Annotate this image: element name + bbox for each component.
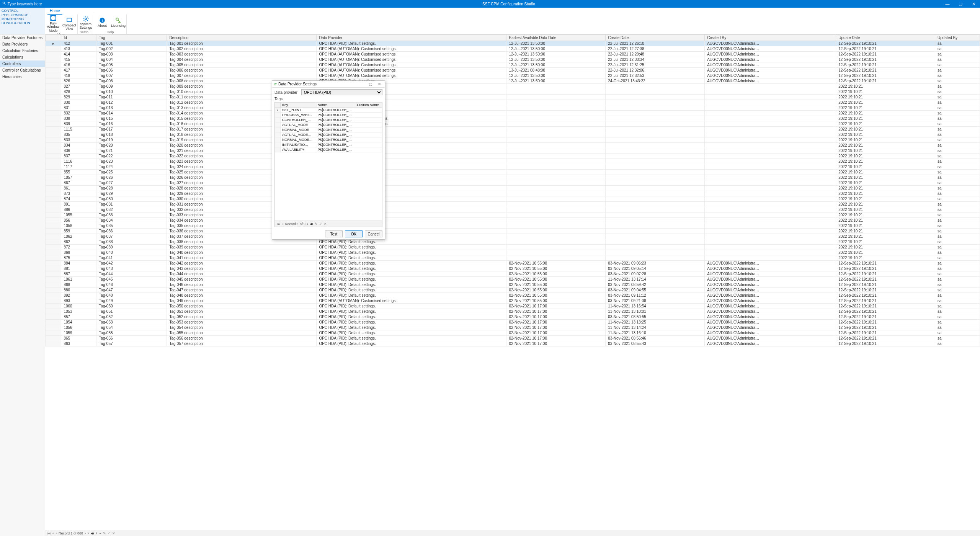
table-row[interactable]: 862Tag-038Tag-038 descriptionOPC HDA (PI… <box>46 239 980 245</box>
table-row[interactable]: ACTUAL_MODEP${CONTROLLER_TAG}.PID.MDE_P <box>275 123 382 127</box>
dnav-last-icon[interactable]: ⏭ <box>310 222 313 226</box>
table-row[interactable]: 833Tag-019Tag-019 descriptionOPC HDA (PI… <box>46 137 980 143</box>
compactview-button[interactable]: Compact View <box>61 15 77 33</box>
table-row[interactable]: 836Tag-021Tag-021 descriptionOPC HDA (PI… <box>46 148 980 154</box>
nav-nextpage-icon[interactable]: » <box>87 531 89 535</box>
table-row[interactable]: 873Tag-029Tag-029 descriptionOPC HDA (PI… <box>46 191 980 196</box>
sidebar-item[interactable]: Data Provider Factories <box>0 34 45 41</box>
column-header[interactable]: Name <box>316 103 355 108</box>
table-row[interactable]: 1059Tag-055Tag-055 descriptionOPC HDA (P… <box>46 330 980 336</box>
table-row[interactable]: 875Tag-041Tag-041 descriptionOPC HDA (PI… <box>46 255 980 261</box>
sidebar-item[interactable]: Hierarchies <box>0 74 45 80</box>
nav-last-icon[interactable]: ⏭ <box>91 531 94 535</box>
column-header[interactable]: Updated By <box>935 35 980 41</box>
table-row[interactable]: 872Tag-039Tag-039 descriptionOPC HDA (PI… <box>46 245 980 250</box>
table-row[interactable]: 1055Tag-033Tag-033 descriptionOPC HDA (P… <box>46 212 980 218</box>
tags-grid[interactable]: KeyNameCustom Name ▸SET_POINTP${CONTROLL… <box>275 102 382 152</box>
table-row[interactable]: 414Tag-003Tag-003 descriptionOPC HDA (AU… <box>46 52 980 57</box>
table-row[interactable]: 832Tag-014Tag-014 descriptionOPC HDA (PI… <box>46 111 980 116</box>
sidebar-item[interactable]: Controllers <box>0 60 45 67</box>
nav-delete-icon[interactable]: − <box>99 531 101 535</box>
column-header[interactable]: Tag <box>96 35 167 41</box>
sidebar-item[interactable]: Calculations <box>0 54 45 60</box>
minimize-button[interactable]: — <box>941 2 954 7</box>
about-button[interactable]: i About <box>94 15 110 30</box>
table-row[interactable]: CONTROLLER_…P${CONTROLLER_TAG}.PID.OP_P <box>275 118 382 123</box>
nav-edit-icon[interactable]: ✎ <box>103 531 106 535</box>
table-row[interactable]: 861Tag-028Tag-028 descriptionOPC HDA (PI… <box>46 186 980 191</box>
table-row[interactable]: 893Tag-049Tag-049 descriptionOPC HDA (AU… <box>46 298 980 304</box>
table-row[interactable]: 1115Tag-017Tag-017 descriptionOPC HDA (P… <box>46 127 980 132</box>
dataprovider-select[interactable]: OPC HDA (PID) <box>301 89 382 95</box>
table-row[interactable]: 834Tag-020Tag-020 descriptionOPC HDA (PI… <box>46 143 980 148</box>
dialog-close-button[interactable]: ✕ <box>376 82 383 86</box>
dnav-first-icon[interactable]: ⏮ <box>277 222 281 226</box>
sidebar-item[interactable]: Controller Calculations <box>0 67 45 74</box>
dnav-next-icon[interactable]: › <box>307 222 308 226</box>
dnav-prev-icon[interactable]: ‹ <box>282 222 283 226</box>
table-row[interactable]: 869Tag-040Tag-040 descriptionOPC HDA (PI… <box>46 250 980 255</box>
table-row[interactable]: NORMAL_MODE…P${CONTROLLER_TAG}.PID.NORM… <box>275 137 382 142</box>
cancel-button[interactable]: Cancel <box>365 230 382 237</box>
table-row[interactable]: 417Tag-006Tag-006 descriptionOPC HDA (AU… <box>46 68 980 73</box>
table-row[interactable]: 416Tag-005Tag-005 descriptionOPC HDA (AU… <box>46 62 980 68</box>
column-header[interactable]: Description <box>167 35 317 41</box>
table-row[interactable]: 880Tag-047Tag-047 descriptionOPC HDA (PI… <box>46 288 980 293</box>
table-row[interactable]: 1116Tag-023Tag-023 descriptionOPC HDA (P… <box>46 159 980 164</box>
table-row[interactable]: 881Tag-043Tag-043 descriptionOPC HDA (PI… <box>46 266 980 271</box>
fullwindow-button[interactable]: Full-Window Mode <box>45 15 61 33</box>
table-row[interactable]: PROCESS_VARI…P${CONTROLLER_TAG}.PID.PV_P <box>275 113 382 118</box>
table-row[interactable]: 886Tag-032Tag-032 descriptionOPC HDA (PI… <box>46 207 980 212</box>
dnav-save-icon[interactable]: ✓ <box>319 222 322 226</box>
table-row[interactable]: 1058Tag-035Tag-035 descriptionOPC HDA (P… <box>46 223 980 229</box>
table-row[interactable]: 865Tag-056Tag-056 descriptionOPC HDA (PI… <box>46 336 980 341</box>
systemsettings-button[interactable]: System Settings <box>78 15 94 30</box>
nav-cancel-icon[interactable]: ✕ <box>112 531 115 535</box>
table-row[interactable]: 891Tag-031Tag-031 descriptionOPC HDA (PI… <box>46 202 980 207</box>
column-header[interactable]: Data Provider <box>317 35 506 41</box>
column-header[interactable]: Created By <box>705 35 836 41</box>
table-row[interactable]: 1062Tag-037Tag-037 descriptionOPC HDA (P… <box>46 234 980 239</box>
table-row[interactable]: 835Tag-018Tag-018 descriptionOPC HDA (PI… <box>46 132 980 137</box>
test-button[interactable]: Test <box>325 230 343 237</box>
table-row[interactable]: 1056Tag-054Tag-054 descriptionOPC HDA (P… <box>46 325 980 330</box>
table-row[interactable]: 413Tag-002Tag-002 descriptionOPC HDA (AU… <box>46 46 980 52</box>
column-header[interactable]: Custom Name <box>355 103 382 108</box>
nav-next-icon[interactable]: › <box>85 531 86 535</box>
nav-save-icon[interactable]: ✓ <box>108 531 111 535</box>
table-row[interactable]: INITIALISATIO…P${CONTROLLER_TAG}.PID.INI… <box>275 142 382 147</box>
table-row[interactable]: 828Tag-010Tag-010 descriptionOPC HDA (PI… <box>46 89 980 95</box>
table-row[interactable]: 855Tag-025Tag-025 descriptionOPC HDA (PI… <box>46 170 980 175</box>
table-row[interactable]: 892Tag-048Tag-048 descriptionOPC HDA (PI… <box>46 293 980 298</box>
close-button[interactable]: ✕ <box>967 2 980 7</box>
table-row[interactable]: 863Tag-057Tag-057 descriptionOPC HDA (PI… <box>46 341 980 346</box>
ok-button[interactable]: OK <box>345 230 363 237</box>
column-header[interactable] <box>275 103 281 108</box>
table-row[interactable]: 1061Tag-045Tag-045 descriptionOPC HDA (P… <box>46 277 980 282</box>
table-row[interactable]: 884Tag-042Tag-042 descriptionOPC HDA (PI… <box>46 261 980 266</box>
table-row[interactable]: 839Tag-016Tag-016 descriptionOPC HDA (AU… <box>46 121 980 127</box>
table-row[interactable]: 838Tag-015Tag-015 descriptionOPC HDA (AU… <box>46 116 980 121</box>
nav-prevpage-icon[interactable]: « <box>52 531 54 535</box>
table-row[interactable]: 856Tag-034Tag-034 descriptionOPC HDA (PI… <box>46 218 980 223</box>
table-row[interactable]: 868Tag-046Tag-046 descriptionOPC HDA (PI… <box>46 282 980 288</box>
table-row[interactable]: 1117Tag-024Tag-024 descriptionOPC HDA (P… <box>46 164 980 170</box>
table-row[interactable]: 837Tag-022Tag-022 descriptionOPC HDA (PI… <box>46 154 980 159</box>
dnav-cancel-icon[interactable]: ✕ <box>324 222 327 226</box>
table-row[interactable]: 415Tag-004Tag-004 descriptionOPC HDA (AU… <box>46 57 980 62</box>
table-row[interactable]: 887Tag-044Tag-044 descriptionOPC HDA (PI… <box>46 271 980 277</box>
column-header[interactable] <box>46 35 61 41</box>
table-row[interactable]: 830Tag-012Tag-012 descriptionOPC HDA (PI… <box>46 100 980 105</box>
column-header[interactable]: Earliest Available Data Date <box>506 35 606 41</box>
search-input[interactable] <box>8 2 73 6</box>
table-row[interactable]: ACTUAL_MODE…P${CONTROLLER_TAG}.PID.MODA… <box>275 132 382 137</box>
table-row[interactable]: 829Tag-011Tag-011 descriptionOPC HDA (PI… <box>46 95 980 100</box>
sidebar-item[interactable]: Data Providers <box>0 41 45 47</box>
table-row[interactable]: AVAILABILITYP${CONTROLLER_TAG}M.AVAILABL… <box>275 147 382 152</box>
table-row[interactable]: ▸SET_POINTP${CONTROLLER_TAG}.PID.SP_P <box>275 108 382 113</box>
tab-home[interactable]: Home <box>47 8 62 15</box>
table-row[interactable]: 826Tag-008Tag-008 descriptionOPC HDA (PI… <box>46 78 980 84</box>
table-row[interactable]: 1054Tag-053Tag-053 descriptionOPC HDA (P… <box>46 320 980 325</box>
nav-first-icon[interactable]: ⏮ <box>47 531 51 535</box>
column-header[interactable]: Id <box>61 35 96 41</box>
